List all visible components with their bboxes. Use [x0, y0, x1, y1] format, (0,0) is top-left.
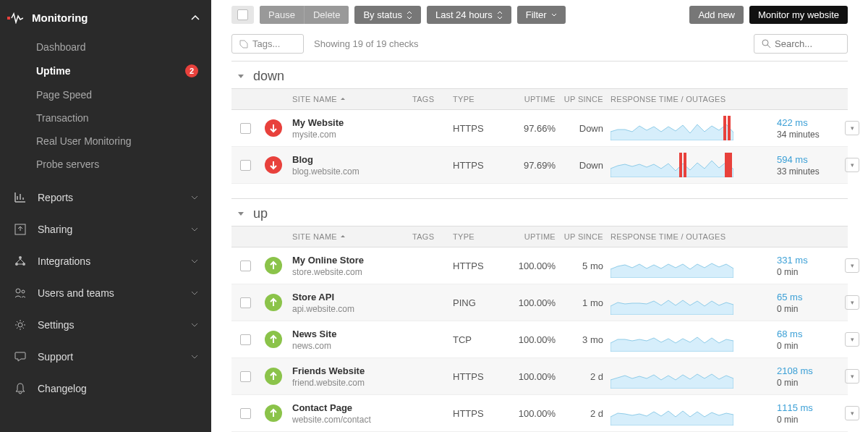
sidebar-header[interactable]: Monitoring	[0, 6, 211, 33]
row-checkbox[interactable]	[240, 123, 251, 134]
col-up-since[interactable]: UP SINCE	[563, 95, 610, 103]
table-row[interactable]: My Online Storestore.website.comHTTPS100…	[231, 247, 848, 284]
search-wrap[interactable]	[754, 34, 848, 54]
col-type[interactable]: TYPE	[453, 95, 505, 103]
svg-rect-0	[7, 17, 10, 20]
uptime-value: 100.00%	[505, 334, 563, 345]
sidebar-item[interactable]: Users and teams	[0, 277, 211, 309]
response-duration: 0 min	[777, 415, 845, 425]
by-status-dropdown[interactable]: By status	[354, 6, 420, 24]
expand-button[interactable]: ▾	[845, 295, 859, 310]
row-checkbox[interactable]	[240, 160, 251, 171]
tags-input[interactable]: Tags...	[231, 34, 304, 54]
site-url: friend.website.com	[292, 378, 412, 388]
sidebar-subitem[interactable]: Transaction	[0, 106, 211, 130]
up-since-value: 2 d	[563, 371, 610, 382]
outage-bar	[679, 153, 682, 177]
sidebar-item[interactable]: Sharing	[0, 213, 211, 245]
delete-button[interactable]: Delete	[305, 6, 349, 24]
sidebar-subitem[interactable]: Page Speed	[0, 83, 211, 106]
sidebar-item-label: Changelog	[38, 383, 87, 394]
filter-label: Filter	[526, 9, 547, 20]
expand-button[interactable]: ▾	[845, 332, 859, 347]
select-all-checkbox[interactable]	[237, 9, 248, 20]
sort-icon	[407, 11, 412, 20]
table-row[interactable]: Contact Pagewebsite.com/contactHTTPS100.…	[231, 395, 848, 432]
table-row[interactable]: Store APIapi.website.comPING100.00%1 mo6…	[231, 284, 848, 321]
row-checkbox[interactable]	[240, 297, 251, 308]
uptime-value: 100.00%	[505, 261, 563, 271]
sidebar-subitem[interactable]: Real User Monitoring	[0, 130, 211, 153]
uptime-value: 100.00%	[505, 371, 563, 382]
row-checkbox[interactable]	[240, 334, 251, 345]
monitor-website-button[interactable]: Monitor my website	[749, 6, 848, 24]
status-up-icon	[265, 257, 282, 274]
sidebar-item-label: Page Speed	[36, 89, 92, 101]
table-row[interactable]: My Websitemysite.comHTTPS97.66%Down422 m…	[231, 110, 848, 147]
outage-bar	[723, 116, 726, 140]
svg-point-7	[18, 323, 22, 327]
gear-icon	[13, 318, 27, 332]
col-up-since[interactable]: UP SINCE	[563, 232, 610, 241]
sidebar-item[interactable]: Support	[0, 341, 211, 373]
response-duration: 33 minutes	[777, 166, 845, 177]
sidebar-item[interactable]: Settings	[0, 309, 211, 341]
site-name: News Site	[292, 329, 412, 339]
expand-button[interactable]: ▾	[845, 406, 859, 420]
row-checkbox[interactable]	[240, 408, 251, 419]
table-row[interactable]: Friends Websitefriend.website.comHTTPS10…	[231, 358, 848, 395]
sidebar-item[interactable]: Changelog	[0, 373, 211, 405]
up-since-value: 2 d	[563, 408, 610, 419]
chevron-down-icon	[191, 291, 198, 296]
sidebar-subitem[interactable]: Dashboard	[0, 35, 211, 59]
table-row[interactable]: Blogblog.website.comHTTPS97.69%Down594 m…	[231, 147, 848, 184]
select-all-wrap[interactable]	[231, 6, 254, 24]
col-site-name[interactable]: SITE NAME	[292, 232, 412, 241]
uptime-value: 97.69%	[505, 160, 563, 171]
check-type: HTTPS	[453, 123, 505, 134]
check-type: PING	[453, 297, 505, 308]
expand-button[interactable]: ▾	[845, 369, 859, 384]
sidebar-item[interactable]: Integrations	[0, 245, 211, 277]
outage-bar	[728, 116, 731, 140]
pause-button[interactable]: Pause	[260, 6, 305, 24]
col-tags[interactable]: TAGS	[412, 232, 453, 241]
by-status-label: By status	[363, 9, 401, 20]
row-checkbox[interactable]	[240, 261, 251, 271]
col-type[interactable]: TYPE	[453, 232, 505, 241]
expand-button[interactable]: ▾	[845, 258, 859, 273]
timerange-dropdown[interactable]: Last 24 hours	[427, 6, 511, 24]
col-uptime[interactable]: UPTIME	[505, 95, 563, 103]
chevron-down-icon	[237, 74, 244, 80]
sidebar-title: Monitoring	[32, 12, 88, 24]
group-header-down[interactable]: down	[231, 61, 848, 88]
row-checkbox[interactable]	[240, 371, 251, 382]
expand-button[interactable]: ▾	[845, 158, 859, 172]
add-new-button[interactable]: Add new	[689, 6, 744, 24]
col-site-name[interactable]: SITE NAME	[292, 95, 412, 103]
response-time: 65 ms	[777, 292, 845, 302]
col-response[interactable]: RESPONSE TIME / OUTAGES	[610, 232, 777, 241]
sidebar-item[interactable]: Reports	[0, 182, 211, 213]
filter-dropdown[interactable]: Filter	[517, 6, 566, 24]
svg-line-9	[767, 45, 770, 48]
sidebar-item-label: Support	[38, 351, 73, 363]
showing-text: Showing 19 of 19 checks	[314, 38, 419, 49]
response-duration: 0 min	[777, 267, 845, 277]
col-response[interactable]: RESPONSE TIME / OUTAGES	[610, 95, 777, 103]
expand-button[interactable]: ▾	[845, 121, 859, 135]
response-duration: 34 minutes	[777, 130, 845, 140]
users-icon	[13, 286, 27, 300]
col-uptime[interactable]: UPTIME	[505, 232, 563, 241]
sidebar-subitem[interactable]: Probe servers	[0, 153, 211, 176]
sidebar-subitem[interactable]: Uptime2	[0, 59, 211, 83]
chart-icon	[13, 190, 27, 205]
svg-point-2	[19, 256, 22, 259]
col-tags[interactable]: TAGS	[412, 95, 453, 103]
search-input[interactable]	[775, 38, 840, 49]
outage-bar	[725, 153, 732, 177]
up-since-value: 5 mo	[563, 261, 610, 271]
table-row[interactable]: News Sitenews.comTCP100.00%3 mo68 ms0 mi…	[231, 321, 848, 358]
group-header-up[interactable]: up	[231, 198, 848, 226]
chevron-down-icon	[191, 227, 198, 232]
